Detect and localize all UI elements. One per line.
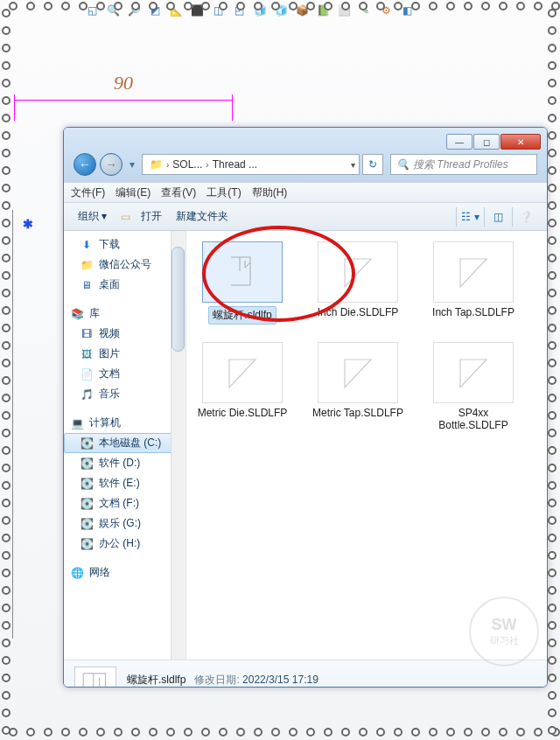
drive-icon: 🎞 [80,327,94,341]
file-item[interactable]: SP4xx Bottle.SLDLFP [428,342,519,431]
nav-bar: ← → ▾ 📁 › SOL... › Thread ... ▾ ↻ 🔍 搜索 T… [68,151,542,178]
drive-icon: 🖥 [80,278,94,292]
search-input[interactable]: 🔍 搜索 Thread Profiles [390,154,537,175]
drive-icon: 💽 [80,457,94,471]
command-bar: 组织 ▾ ▭ 打开 新建文件夹 ☷ ▾ ◫ ❔ [64,203,547,231]
file-list[interactable]: 螺旋杆.sldlfpInch Die.SLDLFPInch Tap.SLDLFP… [186,231,547,660]
nav-item[interactable]: 🖼图片 [64,344,186,364]
nav-item[interactable]: 💽文档 (F:) [64,493,186,513]
nav-item[interactable]: 🎞视频 [64,324,186,344]
nav-item-label: 本地磁盘 (C:) [99,436,161,450]
history-dropdown[interactable]: ▾ [126,156,138,173]
sketch-outline [12,210,66,639]
nav-pane: ⬇下载📁微信公众号🖥桌面 📚库 🎞视频🖼图片📄文档🎵音乐 💻计算机 💽本地磁盘 … [64,231,186,660]
file-item[interactable]: Metric Die.SLDLFP [197,342,288,431]
tool-icon[interactable]: 📗 [314,2,332,19]
file-thumbnail [433,342,514,403]
organize-button[interactable]: 组织 ▾ [71,206,114,227]
maximize-button[interactable]: ◻ [473,134,500,150]
drive-icon: 🎵 [80,387,94,401]
nav-item[interactable]: 🖥桌面 [64,275,186,295]
nav-item[interactable]: 💽软件 (D:) [64,453,186,473]
tool-icon[interactable]: 🧊 [272,2,290,19]
tool-icon[interactable]: ⬜ [335,2,353,19]
details-filename: 螺旋杆.sldlfp [127,674,186,686]
details-thumbnail [74,667,116,688]
tool-icon[interactable]: 🧊 [251,2,269,19]
nav-item-label: 图片 [99,346,120,361]
file-name: SP4xx Bottle.SLDLFP [428,407,519,431]
nav-scrollbar[interactable] [171,231,186,660]
nav-item[interactable]: 💽软件 (E:) [64,473,186,493]
tool-icon[interactable]: 📐 [167,2,185,19]
tool-icon[interactable]: ⬛ [188,2,206,19]
nav-item-label: 娱乐 (G:) [99,516,141,531]
help-button[interactable]: ❔ [512,207,540,227]
drive-icon: 💽 [80,497,94,511]
details-pane: 螺旋杆.sldlfp 修改日期: 2022/3/15 17:19 SLDLFP … [64,660,547,688]
addr-dropdown[interactable]: ▾ [351,160,355,170]
search-icon: 🔍 [396,158,410,171]
menu-file[interactable]: 文件(F) [71,185,105,200]
file-item[interactable]: Inch Tap.SLDLFP [428,241,519,325]
menu-edit[interactable]: 编辑(E) [116,185,150,200]
nav-item[interactable]: 🎵音乐 [64,384,186,404]
nav-item-label: 视频 [99,326,120,341]
nav-item[interactable]: 💽办公 (H:) [64,534,186,554]
file-item[interactable]: 螺旋杆.sldlfp [197,241,288,325]
nav-item-label: 软件 (E:) [99,476,140,491]
file-thumbnail [202,241,283,303]
origin-marker: ✱ [23,217,33,231]
tool-icon[interactable]: 📦 [293,2,311,19]
file-thumbnail [318,241,398,303]
file-name: Metric Tap.SLDLFP [312,407,403,419]
tool-icon[interactable]: ◧ [398,2,416,19]
title-bar[interactable]: — ◻ ✕ [68,132,542,151]
new-folder-button[interactable]: 新建文件夹 [169,206,235,227]
file-item[interactable]: Inch Die.SLDLFP [312,241,403,325]
address-bar[interactable]: 📁 › SOL... › Thread ... ▾ [142,154,360,175]
menu-help[interactable]: 帮助(H) [252,185,288,200]
menu-view[interactable]: 查看(V) [161,185,196,200]
breadcrumb-seg[interactable]: SOL... [169,158,206,171]
menu-tools[interactable]: 工具(T) [206,185,241,200]
nav-item-label: 文档 (F:) [99,496,139,511]
file-item[interactable]: Metric Tap.SLDLFP [312,342,403,431]
nav-item[interactable]: 💽本地磁盘 (C:) [64,433,186,453]
forward-button[interactable]: → [100,153,122,176]
view-button[interactable]: ☷ ▾ [456,207,484,227]
breadcrumb-seg[interactable]: Thread ... [209,158,261,171]
drive-icon: 📄 [80,367,94,381]
file-thumbnail [433,241,514,303]
minimize-button[interactable]: — [446,134,472,150]
computer-header[interactable]: 💻计算机 [64,413,186,433]
nav-item[interactable]: 📁微信公众号 [64,255,186,275]
preview-pane-button[interactable]: ◫ [484,207,512,227]
tool-icon[interactable]: 🔎 [125,2,143,19]
nav-item[interactable]: 💽娱乐 (G:) [64,513,186,534]
nav-item[interactable]: ⬇下载 [64,234,186,255]
nav-item[interactable]: 📄文档 [64,364,186,384]
close-button[interactable]: ✕ [500,134,541,150]
drive-icon: 📁 [80,258,94,272]
tool-icon[interactable]: ⚙ [377,2,395,19]
search-placeholder: 搜索 Thread Profiles [413,157,508,172]
back-button[interactable]: ← [74,153,96,176]
folder-icon: 📁 [146,158,166,171]
open-button[interactable]: ▭ 打开 [114,206,168,227]
network-header[interactable]: 🌐网络 [64,562,186,583]
explorer-window: — ◻ ✕ ← → ▾ 📁 › SOL... › Thread ... ▾ ↻ … [63,127,548,688]
nav-item-label: 音乐 [99,387,120,401]
drive-icon: ⬇ [80,238,94,252]
tool-icon[interactable]: ◫ [209,2,227,19]
refresh-button[interactable]: ↻ [362,154,383,175]
tool-icon[interactable]: ◰ [230,2,248,19]
library-header[interactable]: 📚库 [64,304,186,324]
tool-icon[interactable]: 🔍 [104,2,122,19]
tool-icon[interactable]: ✎ [356,2,374,19]
drive-icon: 💽 [80,436,94,450]
dimension-value: 90 [114,72,133,94]
tool-icon[interactable]: ◩ [146,2,164,19]
dimension-line [14,94,233,121]
tool-icon[interactable]: ◱ [83,2,101,19]
